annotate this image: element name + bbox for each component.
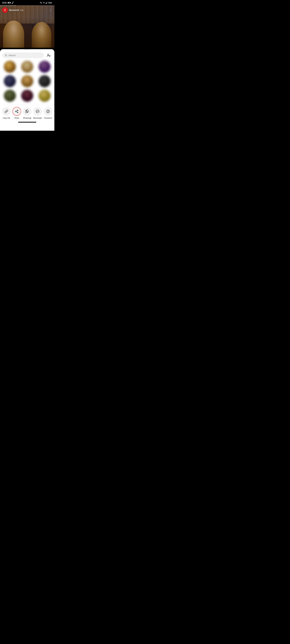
contact-avatar [39,61,51,73]
search-input[interactable] [9,54,41,56]
share-icon-container [12,107,21,116]
messenger-action[interactable]: Messenger [33,107,43,119]
channel-details: thezoomit 19h [9,9,24,12]
contact-avatar [4,61,16,73]
search-icon [5,54,7,56]
svg-point-19 [17,110,18,111]
copy-link-label: Copy link [3,117,10,119]
channel-name: thezoomit [9,9,19,11]
svg-rect-11 [46,2,47,4]
contact-item[interactable] [3,75,17,87]
video-people [0,18,54,48]
status-bar: 8:31 72% [0,0,54,6]
contact-item[interactable] [37,61,52,73]
wifi-icon [43,2,45,4]
channel-info[interactable]: Z thezoomit 19h [2,7,24,13]
video-player[interactable]: Z thezoomit 19h ⋮ [0,6,54,48]
share-actions-row: Copy link Share [0,105,54,120]
key-icon [40,2,42,4]
svg-point-7 [40,2,41,3]
copy-link-icon-container [2,107,11,116]
contact-avatar [39,75,51,87]
messenger-icon [36,110,40,113]
contact-avatar [21,75,33,87]
svg-point-16 [48,54,49,56]
signal-icon [46,2,48,4]
contact-avatar [4,75,16,87]
messenger-label: Messenger [33,117,42,119]
svg-rect-10 [46,3,46,4]
contact-avatar [21,90,33,102]
media-icon [8,2,11,4]
svg-rect-1 [8,2,9,3]
more-button[interactable]: ⋮ [49,8,52,12]
svg-line-23 [16,111,17,111]
svg-line-22 [16,112,17,112]
music-icon [12,2,14,4]
person-right [32,22,51,48]
facebook-action[interactable]: Facebook [43,107,53,119]
contact-item[interactable] [3,61,17,73]
channel-time: 19h [20,9,24,11]
channel-avatar[interactable]: Z [2,7,8,13]
status-indicators: 72% [40,2,52,4]
messenger-icon-container [33,107,42,116]
status-time: 8:31 [3,2,14,4]
battery-display: 72% [48,2,52,4]
whatsapp-action[interactable]: WhatsApp [22,107,32,119]
svg-line-15 [7,56,7,56]
contacts-grid [0,61,54,102]
contact-item[interactable] [20,75,35,87]
svg-line-5 [13,2,14,2]
contact-avatar [21,61,33,73]
bottom-sheet: Copy link Share [0,49,54,131]
facebook-label: Facebook [44,117,52,119]
svg-point-20 [16,111,16,112]
copy-link-icon [5,110,8,113]
contact-item[interactable] [20,90,35,102]
svg-marker-2 [10,2,11,4]
person-left [3,20,24,48]
svg-point-24 [47,110,50,113]
copy-link-action[interactable]: Copy link [1,107,12,119]
home-indicator [18,122,36,122]
svg-point-21 [17,112,18,113]
whatsapp-icon [25,110,29,113]
contact-item[interactable] [3,90,17,102]
whatsapp-label: WhatsApp [23,117,31,119]
svg-rect-13 [47,2,48,4]
share-action[interactable]: Share [12,107,22,119]
search-area [0,52,54,61]
add-people-button[interactable] [45,52,52,58]
whatsapp-icon-container [23,107,32,116]
svg-line-9 [41,3,42,3]
facebook-icon-container [44,107,52,116]
facebook-icon [46,110,50,113]
sheet-handle [24,49,30,50]
contact-avatar [4,90,16,102]
contact-item[interactable] [20,61,35,73]
share-label: Share [14,117,19,119]
search-container[interactable] [3,52,44,58]
contact-avatar [39,90,51,102]
svg-rect-12 [47,2,47,4]
video-header: Z thezoomit 19h ⋮ [0,6,54,15]
time-display: 8:31 [3,2,7,4]
share-icon [15,110,19,113]
contact-item[interactable] [37,90,52,102]
contact-item[interactable] [37,75,52,87]
